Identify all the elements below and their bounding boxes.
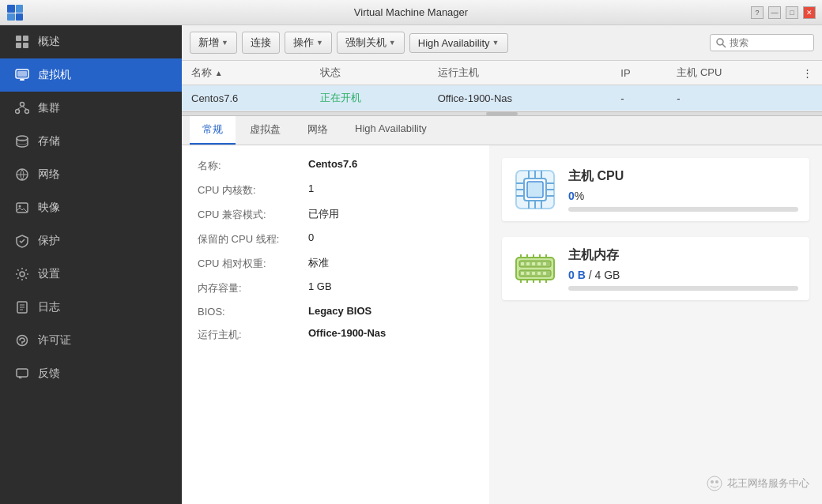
connect-button[interactable]: 连接 [242,32,280,54]
sidebar-overview-label: 概述 [38,35,60,49]
add-arrow-icon: ▼ [221,39,228,47]
shutdown-arrow-icon: ▼ [389,39,396,47]
feedback-icon [14,366,30,382]
vm-table-area: 名称 ▲ 状态 运行主机 IP 主机 CPU ⋮ Centos7.6 正在开机 [182,61,822,111]
svg-point-11 [21,103,25,107]
sidebar-feedback-label: 反馈 [38,367,60,381]
image-icon [14,200,30,216]
memory-widget: 主机内存 0 B / 4 GB [502,237,809,300]
svg-rect-50 [521,262,524,265]
svg-rect-1 [16,5,23,13]
col-name[interactable]: 名称 ▲ [182,61,311,85]
svg-rect-59 [543,272,546,275]
vm-status: 正在开机 [311,85,428,111]
svg-rect-57 [532,272,535,275]
vm-table: 名称 ▲ 状态 运行主机 IP 主机 CPU ⋮ Centos7.6 正在开机 [182,61,822,111]
svg-rect-3 [16,13,23,21]
sidebar-protect-label: 保护 [38,234,60,248]
cpu-bar [568,207,798,212]
tab-vdisk[interactable]: 虚拟盘 [237,116,293,145]
row-more-button[interactable] [793,85,822,111]
field-name: 名称: Centos7.6 [198,158,489,173]
cpu-value: 0% [568,190,798,202]
detail-left-wrapper: 名称: Centos7.6 CPU 内核数: 1 CPU 兼容模式: 已停用 [182,145,489,504]
svg-point-70 [707,476,722,491]
toolbar: 新增 ▼ 连接 操作 ▼ 强制关机 ▼ High Availability ▼ [182,25,822,61]
field-cpu-compat: CPU 兼容模式: 已停用 [198,207,489,222]
action-button[interactable]: 操作 ▼ [285,32,332,54]
svg-point-71 [711,480,714,483]
watermark-icon [707,476,722,491]
table-row[interactable]: Centos7.6 正在开机 Office-1900-Nas - - [182,85,822,111]
svg-line-14 [17,107,22,110]
field-bios: BIOS: Legacy BIOS [198,305,489,318]
help-button[interactable]: ? [751,6,764,19]
sidebar-network-label: 网络 [38,167,60,182]
svg-rect-51 [526,262,530,265]
network-icon [14,167,30,182]
sidebar: 概述 虚拟机 集群 [0,25,182,504]
sidebar-item-vm[interactable]: 虚拟机 [0,58,182,92]
detail-area: 常规 虚拟盘 网络 High Availability 名称: Centos7.… [182,116,822,504]
sidebar-item-network[interactable]: 网络 [0,158,182,191]
svg-rect-53 [537,262,541,265]
tab-network[interactable]: 网络 [295,116,341,145]
col-host[interactable]: 运行主机 [428,61,612,85]
search-input[interactable] [730,37,809,48]
high-availability-button[interactable]: High Availability ▼ [409,33,508,53]
detail-content: 名称: Centos7.6 CPU 内核数: 1 CPU 兼容模式: 已停用 [182,145,822,504]
svg-point-72 [715,480,718,483]
sidebar-item-settings[interactable]: 设置 [0,258,182,291]
search-box[interactable] [710,34,814,51]
svg-rect-9 [17,71,27,77]
watermark: 花王网络服务中心 [707,476,809,491]
svg-rect-54 [543,262,546,265]
col-cpu[interactable]: 主机 CPU [667,61,793,85]
window-controls[interactable]: ? — □ ✕ [751,6,816,19]
sidebar-log-label: 日志 [38,300,60,314]
col-status[interactable]: 状态 [311,61,428,85]
force-shutdown-button[interactable]: 强制关机 ▼ [337,32,405,54]
svg-point-30 [717,39,723,45]
protect-icon [14,233,30,249]
svg-rect-4 [16,36,21,41]
memory-icon [513,246,557,291]
title-bar: Virtual Machine Manager ? — □ ✕ [0,0,822,25]
close-button[interactable]: ✕ [803,6,816,19]
col-more[interactable]: ⋮ [793,61,822,85]
vm-icon [14,67,30,83]
add-button[interactable]: 新增 ▼ [190,32,237,54]
sidebar-item-image[interactable]: 映像 [0,191,182,224]
sidebar-item-cluster[interactable]: 集群 [0,92,182,125]
sidebar-item-license[interactable]: 许可证 [0,324,182,357]
watermark-text: 花王网络服务中心 [727,476,809,491]
svg-point-13 [25,110,29,114]
content-area: 新增 ▼ 连接 操作 ▼ 强制关机 ▼ High Availability ▼ [182,25,822,504]
svg-rect-52 [532,262,535,265]
storage-icon [14,134,30,149]
sidebar-item-protect[interactable]: 保护 [0,224,182,258]
sidebar-item-storage[interactable]: 存储 [0,125,182,158]
settings-icon [14,266,30,282]
sidebar-vm-label: 虚拟机 [38,68,71,82]
svg-rect-56 [526,272,530,275]
sidebar-item-log[interactable]: 日志 [0,291,182,324]
field-cpu-cores: CPU 内核数: 1 [198,182,489,197]
svg-rect-2 [7,13,15,21]
sidebar-item-overview[interactable]: 概述 [0,25,182,58]
detail-fields: 名称: Centos7.6 CPU 内核数: 1 CPU 兼容模式: 已停用 [182,145,489,504]
col-ip[interactable]: IP [611,61,667,85]
sidebar-item-feedback[interactable]: 反馈 [0,357,182,390]
cpu-widget: 主机 CPU 0% [502,158,809,221]
svg-point-28 [21,344,22,345]
divider-handle [486,112,518,115]
tab-general[interactable]: 常规 [190,116,236,145]
svg-rect-5 [23,36,28,41]
log-icon [14,299,30,315]
grid-icon [14,34,30,50]
tab-ha[interactable]: High Availability [342,116,439,145]
minimize-button[interactable]: — [768,6,781,19]
maximize-button[interactable]: □ [786,6,798,19]
vm-ip: - [611,85,667,111]
memory-title: 主机内存 [568,247,798,264]
